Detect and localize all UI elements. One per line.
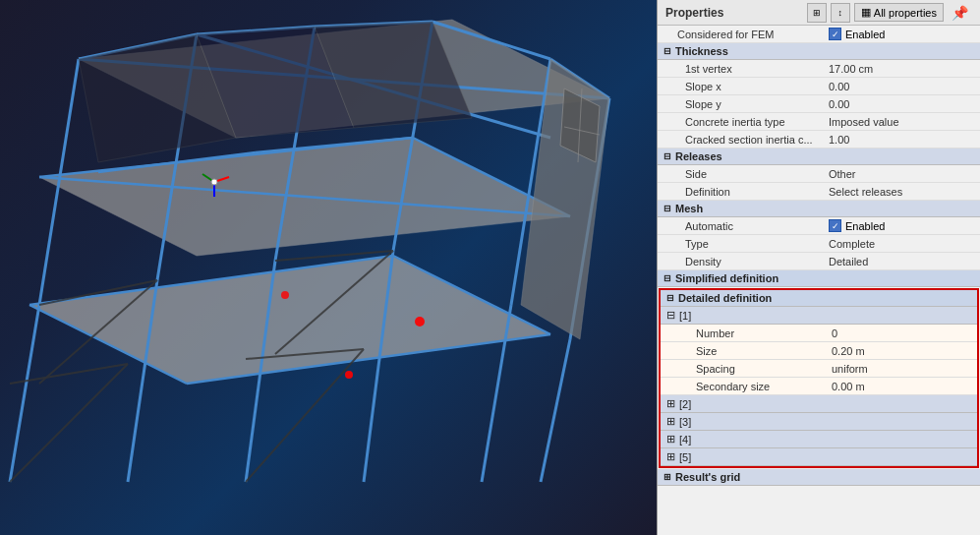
automatic-label: Automatic bbox=[658, 218, 825, 234]
svg-line-9 bbox=[10, 305, 39, 482]
svg-point-47 bbox=[345, 371, 353, 379]
slopey-value: 0.00 bbox=[825, 96, 980, 112]
simplified-definition-label: Simplified definition bbox=[675, 272, 778, 284]
releases-definition-row[interactable]: Definition Select releases bbox=[658, 183, 980, 201]
panel-toolbar: ⊞ ↕ ▦ All properties 📌 bbox=[807, 3, 972, 23]
item3-label: [3] bbox=[679, 416, 691, 428]
automatic-enabled-label: Enabled bbox=[845, 220, 885, 232]
detailed-definition-header[interactable]: ⊟ Detailed definition bbox=[661, 290, 977, 307]
mesh-density-value: Detailed bbox=[825, 254, 980, 269]
considered-for-fem-label: Considered for FEM bbox=[658, 27, 825, 42]
slopey-label: Slope y bbox=[658, 96, 825, 112]
item1-size-value: 0.20 m bbox=[828, 343, 977, 359]
pin-icon[interactable]: 📌 bbox=[948, 5, 972, 21]
releases-section-header[interactable]: ⊟ Releases bbox=[658, 149, 980, 165]
cracked-section-label: Cracked section inertia c... bbox=[658, 132, 825, 148]
item1-size-label: Size bbox=[661, 343, 828, 359]
concrete-inertia-value: Imposed value bbox=[825, 114, 980, 130]
mesh-density-label: Density bbox=[658, 254, 825, 269]
item1-spacing-row[interactable]: Spacing uniform bbox=[661, 360, 977, 378]
detail-item-1-header[interactable]: ⊟ [1] bbox=[661, 307, 977, 325]
item1-number-row[interactable]: Number 0 bbox=[661, 325, 977, 342]
item1-spacing-label: Spacing bbox=[661, 361, 828, 377]
detail-item-4-header[interactable]: ⊞ [4] bbox=[661, 431, 977, 448]
concrete-inertia-label: Concrete inertia type bbox=[658, 114, 825, 130]
thickness-slopey-row[interactable]: Slope y 0.00 bbox=[658, 95, 980, 113]
item1-number-label: Number bbox=[661, 326, 828, 341]
svg-point-46 bbox=[415, 317, 425, 327]
automatic-value[interactable]: ✓ Enabled bbox=[825, 217, 980, 234]
results-collapse-icon: ⊞ bbox=[663, 472, 671, 482]
item5-collapse-icon: ⊞ bbox=[666, 450, 675, 463]
simplified-definition-header[interactable]: ⊟ Simplified definition bbox=[658, 270, 980, 287]
detailed-collapse-icon: ⊟ bbox=[666, 293, 674, 303]
thickness-section-header[interactable]: ⊟ Thickness bbox=[658, 43, 980, 60]
all-properties-button[interactable]: ▦ All properties bbox=[854, 3, 944, 22]
item5-label: [5] bbox=[679, 451, 691, 463]
item4-collapse-icon: ⊞ bbox=[666, 433, 675, 446]
definition-label: Definition bbox=[658, 184, 825, 200]
side-value: Other bbox=[825, 166, 980, 182]
item1-spacing-value: uniform bbox=[828, 361, 977, 377]
side-label: Side bbox=[658, 166, 825, 182]
cracked-section-row[interactable]: Cracked section inertia c... 1.00 bbox=[658, 131, 980, 149]
results-grid-header[interactable]: ⊞ Result's grid bbox=[658, 469, 980, 486]
concrete-inertia-row[interactable]: Concrete inertia type Imposed value bbox=[658, 113, 980, 131]
item4-label: [4] bbox=[679, 434, 691, 446]
thickness-collapse-icon: ⊟ bbox=[663, 46, 671, 56]
item1-number-value: 0 bbox=[828, 326, 977, 341]
svg-point-45 bbox=[211, 179, 217, 185]
panel-header: Properties ⊞ ↕ ▦ All properties 📌 bbox=[658, 0, 980, 26]
vertex-value: 17.00 cm bbox=[825, 61, 980, 77]
mesh-type-value: Complete bbox=[825, 236, 980, 252]
item1-collapse-icon: ⊟ bbox=[666, 309, 675, 322]
releases-side-row[interactable]: Side Other bbox=[658, 165, 980, 183]
releases-collapse-icon: ⊟ bbox=[663, 151, 671, 161]
item1-secondary-size-row[interactable]: Secondary size 0.00 m bbox=[661, 378, 977, 395]
thickness-slopex-row[interactable]: Slope x 0.00 bbox=[658, 78, 980, 95]
releases-section-label: Releases bbox=[675, 150, 722, 162]
detailed-definition-section: ⊟ Detailed definition ⊟ [1] Number 0 Siz… bbox=[659, 288, 979, 468]
svg-marker-2 bbox=[29, 256, 550, 384]
mesh-section-header[interactable]: ⊟ Mesh bbox=[658, 201, 980, 217]
automatic-checkbox[interactable]: ✓ bbox=[829, 219, 841, 232]
thickness-section-label: Thickness bbox=[675, 45, 728, 57]
simplified-collapse-icon: ⊟ bbox=[663, 273, 671, 283]
considered-checkbox[interactable]: ✓ bbox=[829, 28, 841, 40]
considered-for-fem-row[interactable]: Considered for FEM ✓ Enabled bbox=[658, 26, 980, 43]
item2-collapse-icon: ⊞ bbox=[666, 397, 675, 410]
toolbar-btn-1[interactable]: ⊞ bbox=[807, 3, 827, 23]
item3-collapse-icon: ⊞ bbox=[666, 415, 675, 428]
item1-size-row[interactable]: Size 0.20 m bbox=[661, 342, 977, 360]
detail-item-3-header[interactable]: ⊞ [3] bbox=[661, 413, 977, 431]
svg-line-14 bbox=[541, 339, 570, 482]
svg-point-48 bbox=[281, 291, 289, 299]
detail-item-5-header[interactable]: ⊞ [5] bbox=[661, 448, 977, 466]
panel-title: Properties bbox=[665, 6, 723, 20]
considered-for-fem-value[interactable]: ✓ Enabled bbox=[825, 26, 980, 42]
vertex-label: 1st vertex bbox=[658, 61, 825, 77]
considered-enabled-label: Enabled bbox=[845, 29, 885, 40]
slopex-label: Slope x bbox=[658, 79, 825, 94]
grid-icon: ▦ bbox=[861, 6, 871, 19]
item2-label: [2] bbox=[679, 398, 691, 410]
item1-secondary-size-label: Secondary size bbox=[661, 379, 828, 394]
item1-label: [1] bbox=[679, 310, 691, 322]
mesh-automatic-row[interactable]: Automatic ✓ Enabled bbox=[658, 217, 980, 235]
mesh-collapse-icon: ⊟ bbox=[663, 204, 671, 213]
mesh-density-row[interactable]: Density Detailed bbox=[658, 253, 980, 270]
definition-value: Select releases bbox=[825, 184, 980, 200]
cracked-section-value: 1.00 bbox=[825, 132, 980, 148]
all-props-label: All properties bbox=[874, 7, 937, 19]
mesh-type-label: Type bbox=[658, 236, 825, 252]
properties-panel: Properties ⊞ ↕ ▦ All properties 📌 Consid… bbox=[657, 0, 980, 535]
results-grid-label: Result's grid bbox=[675, 471, 740, 483]
toolbar-btn-2[interactable]: ↕ bbox=[831, 3, 850, 23]
thickness-vertex-row[interactable]: 1st vertex 17.00 cm bbox=[658, 60, 980, 78]
3d-viewport bbox=[0, 0, 657, 535]
detail-item-2-header[interactable]: ⊞ [2] bbox=[661, 395, 977, 413]
mesh-type-row[interactable]: Type Complete bbox=[658, 235, 980, 253]
slopex-value: 0.00 bbox=[825, 79, 980, 94]
mesh-section-label: Mesh bbox=[675, 203, 703, 214]
structure-view bbox=[0, 0, 657, 535]
